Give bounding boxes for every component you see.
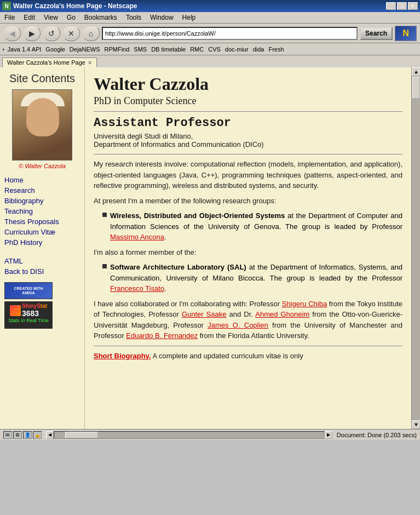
- group2-end: .: [164, 284, 166, 293]
- vertical-scrollbar[interactable]: ▲ ▼: [411, 67, 420, 429]
- search-button[interactable]: Search: [360, 27, 393, 40]
- position-title: Assistant Professor: [94, 116, 402, 130]
- nav-curriculum-vitae[interactable]: Curriculum Vitæ: [4, 227, 80, 237]
- horizontal-scrollbar[interactable]: ◀ ▶: [46, 431, 332, 439]
- bookmark-dbtimetable[interactable]: DB timetable: [149, 46, 187, 53]
- back-button[interactable]: ◀: [3, 26, 21, 41]
- bookmark-cvs[interactable]: CVS: [206, 46, 222, 53]
- window-controls[interactable]: _ □ ✕: [386, 2, 418, 10]
- bio-p4-6: from the Florida Atlantic University.: [198, 331, 309, 340]
- group1-bold: Wireless, Distributed and Object-Oriente…: [110, 211, 285, 220]
- menu-tools[interactable]: Tools: [124, 13, 143, 22]
- james-coplien-link[interactable]: James O. Coplien: [208, 321, 268, 329]
- divider-2: [94, 154, 402, 154]
- nav-atml[interactable]: ATML: [4, 256, 80, 266]
- bookmark-rpmfind[interactable]: RPMFind: [102, 46, 131, 53]
- massimo-ancona-link[interactable]: Massimo Ancona: [110, 233, 164, 241]
- window-title: Walter Cazzola's Home Page - Netscape: [13, 2, 137, 10]
- degree-subtitle: PhD in Computer Science: [94, 95, 402, 107]
- group2-text: Software Architecture Laboratory (SAL) a…: [110, 262, 402, 294]
- status-text: Document: Done (0.203 secs): [337, 432, 417, 438]
- shigeru-chiba-link[interactable]: Shigeru Chiba: [282, 300, 327, 308]
- department-name: Department of Informatics and Communicat…: [94, 140, 402, 148]
- active-tab[interactable]: Walter Cazzola's Home Page ✕: [2, 58, 97, 67]
- tab-close-button[interactable]: ✕: [88, 60, 92, 66]
- bullet-icon-1: [102, 213, 107, 217]
- nav-bibliography[interactable]: Bibliography: [4, 196, 80, 206]
- bookmark-dida[interactable]: dida: [251, 46, 266, 53]
- bookmark-dejanews[interactable]: DejaNEWS: [68, 46, 102, 53]
- eduardo-fernandez-link[interactable]: Eduardo B. Fernandez: [126, 331, 198, 340]
- gunter-saake-link[interactable]: Gunter Saake: [182, 310, 227, 318]
- menu-go[interactable]: Go: [65, 13, 78, 22]
- url-input[interactable]: [105, 30, 354, 37]
- menu-view[interactable]: View: [42, 13, 60, 22]
- menu-window[interactable]: Window: [148, 13, 176, 22]
- amiga-badge: CREATED WITHAMIGA: [4, 282, 53, 299]
- hscroll-right-button[interactable]: ▶: [325, 431, 332, 439]
- francesco-tisato-link[interactable]: Francesco Tisato: [110, 284, 164, 293]
- author-photo: [12, 89, 72, 161]
- menu-edit[interactable]: Edit: [21, 13, 37, 22]
- stop-button[interactable]: ✕: [62, 26, 80, 41]
- short-biography-link[interactable]: Short Biography.: [94, 352, 151, 360]
- window-title-bar: N Walter Cazzola's Home Page - Netscape …: [0, 0, 420, 12]
- group1-end: .: [164, 233, 166, 241]
- status-icon-3: 👤: [23, 431, 32, 439]
- scroll-track[interactable]: [412, 76, 420, 420]
- bio-paragraph-2: At present I'm a member of the following…: [94, 196, 402, 207]
- nav-back-to-disi[interactable]: Back to DISI: [4, 266, 80, 277]
- group2-bold: Software Architecture Laboratory (SAL): [110, 263, 246, 271]
- nav-thesis-proposals[interactable]: Thesis Proposals: [4, 216, 80, 227]
- shinystat-badge: ShinyStat 3683 Stats In Real Time: [4, 301, 53, 329]
- reload-button[interactable]: ↺: [43, 26, 60, 41]
- nav-teaching[interactable]: Teaching: [4, 206, 80, 216]
- scroll-up-button[interactable]: ▲: [412, 67, 420, 76]
- ahmed-ghoneim-link[interactable]: Ahmed Ghoneim: [255, 310, 309, 318]
- status-icon-4: 🔒: [33, 431, 42, 439]
- bullet-icon-2: [102, 264, 107, 268]
- nav-home[interactable]: Home: [4, 175, 80, 185]
- location-bar: [102, 27, 358, 40]
- home-button[interactable]: ⌂: [82, 26, 100, 41]
- menu-bookmarks[interactable]: Bookmarks: [82, 13, 119, 22]
- bio-paragraph-4: I have also collaborated or I'm collabor…: [94, 299, 402, 341]
- browser-viewport: Site Contents © Walter Cazzola Home Rese…: [0, 67, 420, 429]
- stats-realtime-label: Stats In Real Time: [8, 318, 49, 323]
- bio-p4-3: and Dr.: [227, 310, 256, 318]
- nav-research[interactable]: Research: [4, 185, 80, 196]
- bookmark-google[interactable]: Google: [44, 46, 66, 53]
- status-icon-2: ⚙: [13, 431, 22, 439]
- nav-phd-history[interactable]: PhD History: [4, 237, 80, 248]
- tab-bar: Walter Cazzola's Home Page ✕: [0, 55, 420, 67]
- former-groups-list: Software Architecture Laboratory (SAL) a…: [102, 262, 402, 294]
- site-contents-title: Site Contents: [4, 72, 80, 85]
- bookmark-java[interactable]: Java 1.4 API: [6, 46, 43, 53]
- bookmarks-icon: ♦: [2, 47, 5, 52]
- bookmark-sms[interactable]: SMS: [132, 46, 148, 53]
- divider-1: [94, 111, 402, 112]
- bio-paragraph-5: Short Biography. A complete and updated …: [94, 351, 402, 362]
- scroll-down-button[interactable]: ▼: [412, 420, 420, 429]
- menu-file[interactable]: File: [2, 13, 17, 22]
- sidebar-navigation: Home Research Bibliography Teaching Thes…: [4, 175, 80, 277]
- bio-paragraph-1: My research interests involve: computati…: [94, 159, 402, 191]
- bookmark-docmiur[interactable]: doc-miur: [223, 46, 250, 53]
- hscroll-thumb[interactable]: [65, 432, 98, 438]
- scroll-thumb[interactable]: [412, 77, 420, 99]
- bookmark-fresh[interactable]: Fresh: [267, 46, 285, 53]
- menu-bar: File Edit View Go Bookmarks Tools Window…: [0, 12, 420, 24]
- bookmark-rmc[interactable]: RMC: [188, 46, 205, 53]
- bookmarks-bar: ♦ Java 1.4 API Google DejaNEWS RPMFind S…: [0, 43, 420, 55]
- main-content: Walter Cazzola PhD in Computer Science A…: [85, 67, 411, 429]
- stats-number: 3683: [22, 309, 47, 318]
- menu-help[interactable]: Help: [180, 13, 198, 22]
- minimize-button[interactable]: _: [386, 2, 396, 10]
- hscroll-track[interactable]: [54, 431, 325, 439]
- forward-button[interactable]: ▶: [23, 26, 41, 41]
- maximize-button[interactable]: □: [397, 2, 407, 10]
- hscroll-left-button[interactable]: ◀: [46, 431, 54, 439]
- copyright-text: © Walter Cazzola: [4, 163, 80, 169]
- close-button[interactable]: ✕: [408, 2, 418, 10]
- bio-p5-rest: A complete and updated curriculum vitae …: [151, 352, 303, 360]
